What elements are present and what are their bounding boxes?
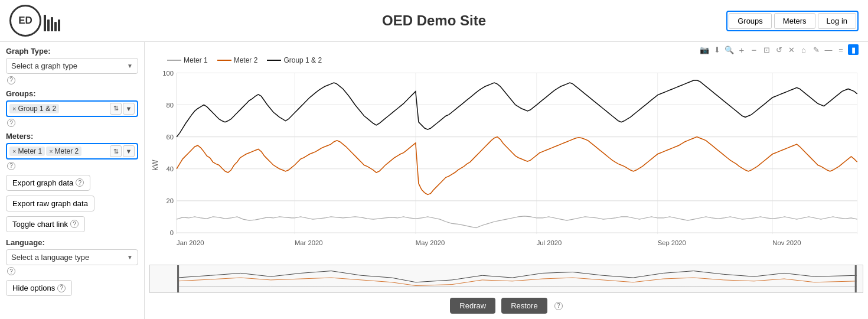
language-dropdown[interactable]: Select a language type ▼: [6, 249, 138, 265]
nav-button-group: Groups Meters Log in: [726, 11, 859, 31]
svg-text:80: 80: [166, 102, 174, 109]
groups-button[interactable]: Groups: [729, 13, 772, 29]
svg-text:Mar 2020: Mar 2020: [295, 239, 323, 246]
edit-icon[interactable]: ✎: [811, 44, 821, 55]
bottom-help-icon[interactable]: ?: [554, 302, 563, 310]
export-graph-help-icon[interactable]: ?: [76, 178, 84, 187]
svg-rect-27: [855, 265, 857, 292]
language-help-icon[interactable]: ?: [7, 267, 15, 275]
groups-sort-icon[interactable]: ⇅: [110, 103, 122, 115]
minimap-area[interactable]: [149, 265, 863, 293]
meter2-tag: × Meter 2: [46, 147, 81, 156]
main-chart-svg: kW 100 80 60 40 20 0 Jan 2020 Mar 2020 M…: [149, 67, 863, 263]
minimap-svg: [150, 265, 863, 292]
meters-dropdown-icon[interactable]: ▼: [123, 145, 135, 157]
page-title: OED Demo Site: [382, 12, 486, 29]
meters-label: Meters:: [6, 132, 138, 141]
graph-type-dropdown[interactable]: Select a graph type ▼: [6, 58, 138, 74]
legend-meter1-line: [167, 60, 181, 61]
zoom-in-icon[interactable]: 🔍: [724, 44, 735, 55]
meters-input[interactable]: × Meter 1 × Meter 2 ⇅ ▼: [6, 143, 138, 160]
redraw-button[interactable]: Redraw: [450, 298, 495, 314]
legend-meter2-line: [217, 60, 231, 61]
meter2-tag-remove[interactable]: ×: [49, 148, 53, 155]
legend-group-line: [267, 60, 281, 61]
groups-controls: ⇅ ▼: [110, 103, 135, 115]
svg-rect-26: [177, 265, 179, 292]
svg-text:40: 40: [166, 165, 174, 172]
zoom-minus-icon[interactable]: −: [749, 44, 759, 55]
svg-text:Nov 2020: Nov 2020: [772, 239, 801, 246]
graph-type-help-icon[interactable]: ?: [7, 76, 15, 84]
restore-button[interactable]: Restore: [501, 298, 547, 314]
toggle-chart-link-button[interactable]: Toggle chart link ?: [6, 216, 85, 232]
y-axis-label: kW: [151, 160, 159, 170]
house-icon[interactable]: ⌂: [798, 44, 809, 55]
toggle-chart-help-icon[interactable]: ?: [70, 220, 79, 228]
sidebar: Graph Type: Select a graph type ▼ ? Grou…: [0, 42, 145, 319]
language-chevron-icon: ▼: [127, 254, 133, 261]
hide-options-button[interactable]: Hide options ?: [6, 280, 72, 296]
bottom-controls: Redraw Restore ?: [149, 294, 863, 317]
legend-meter1: Meter 1: [167, 56, 208, 64]
svg-text:20: 20: [166, 197, 174, 204]
cross-icon[interactable]: ✕: [786, 44, 797, 55]
equal-icon[interactable]: =: [836, 44, 846, 55]
main-chart-wrapper[interactable]: kW 100 80 60 40 20 0 Jan 2020 Mar 2020 M…: [149, 67, 863, 263]
meters-button[interactable]: Meters: [774, 13, 815, 29]
language-label: Language:: [6, 238, 138, 247]
svg-text:60: 60: [166, 134, 174, 141]
meter1-tag: × Meter 1: [9, 147, 45, 156]
svg-text:Jan 2020: Jan 2020: [177, 239, 204, 246]
meter1-tag-remove[interactable]: ×: [12, 148, 16, 155]
chart-toolbar: 📷 ⬇ 🔍 + − ⊡ ↺ ✕ ⌂ ✎ — = ▮: [149, 44, 863, 55]
hide-options-help-icon[interactable]: ?: [57, 284, 66, 292]
svg-text:Jul 2020: Jul 2020: [537, 239, 562, 246]
meters-help-icon[interactable]: ?: [7, 162, 15, 170]
bar-chart-icon[interactable]: ▮: [848, 44, 859, 55]
svg-text:0: 0: [170, 229, 174, 236]
legend-meter2: Meter 2: [217, 56, 258, 64]
logo: ED: [9, 5, 60, 37]
group-tag: × Group 1 & 2: [9, 104, 59, 113]
groups-label: Groups:: [6, 89, 138, 98]
svg-text:Sep 2020: Sep 2020: [658, 239, 686, 246]
group-tag-remove[interactable]: ×: [12, 105, 16, 112]
meters-controls: ⇅ ▼: [110, 145, 135, 157]
chart-area: 📷 ⬇ 🔍 + − ⊡ ↺ ✕ ⌂ ✎ — = ▮ Meter 1 Meter …: [145, 42, 868, 319]
legend-meter2-label: Meter 2: [234, 56, 258, 64]
groups-search-input[interactable]: [60, 105, 109, 113]
legend-meter1-label: Meter 1: [184, 56, 208, 64]
legend-group1-2: Group 1 & 2: [267, 56, 322, 64]
groups-input[interactable]: × Group 1 & 2 ⇅ ▼: [6, 100, 138, 117]
login-button[interactable]: Log in: [818, 13, 856, 29]
groups-dropdown-icon[interactable]: ▼: [123, 103, 135, 115]
reset-icon[interactable]: ↺: [774, 44, 784, 55]
graph-type-label: Graph Type:: [6, 47, 138, 56]
download-icon[interactable]: ⬇: [712, 44, 722, 55]
meters-sort-icon[interactable]: ⇅: [110, 145, 122, 157]
camera-icon[interactable]: 📷: [699, 44, 710, 55]
export-graph-button[interactable]: Export graph data ?: [6, 175, 90, 191]
meters-search-input[interactable]: [83, 147, 109, 155]
fit-icon[interactable]: ⊡: [761, 44, 772, 55]
export-raw-graph-button[interactable]: Export raw graph data: [6, 196, 94, 211]
svg-text:May 2020: May 2020: [416, 239, 445, 246]
groups-help-icon[interactable]: ?: [7, 119, 15, 127]
legend-group-label: Group 1 & 2: [283, 56, 322, 64]
chevron-down-icon: ▼: [127, 63, 133, 69]
chart-legend: Meter 1 Meter 2 Group 1 & 2: [149, 56, 863, 64]
dash-icon[interactable]: —: [823, 44, 834, 55]
svg-text:100: 100: [162, 69, 174, 76]
zoom-plus-icon[interactable]: +: [736, 44, 747, 55]
